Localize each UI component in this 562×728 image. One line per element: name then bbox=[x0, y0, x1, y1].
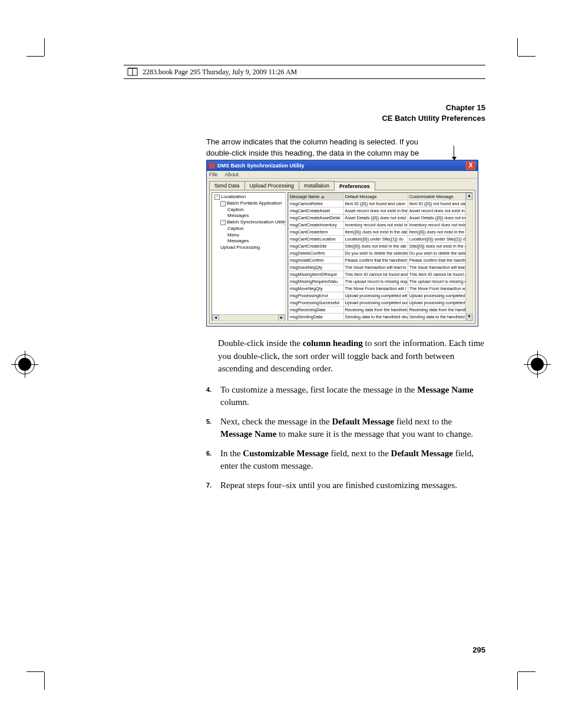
table-cell[interactable]: msgCantCreateLocation bbox=[289, 235, 344, 242]
table-cell[interactable]: msgCantCreateSite bbox=[289, 242, 344, 249]
scroll-right-icon[interactable]: ► bbox=[278, 315, 285, 321]
expand-icon[interactable]: − bbox=[220, 201, 226, 206]
table-cell[interactable]: The Issue transaction will lead to bbox=[343, 263, 408, 271]
table-cell[interactable]: Please confirm that the handheld bbox=[343, 256, 408, 263]
table-cell[interactable]: Upload processing completed suc bbox=[408, 299, 472, 306]
table-cell[interactable]: msgReceivingData bbox=[289, 306, 344, 313]
table-row[interactable]: msgProcessingSuccessfulUpload processing… bbox=[289, 299, 472, 306]
tab-upload-processing[interactable]: Upload Processing bbox=[244, 181, 300, 190]
close-button[interactable]: X bbox=[466, 162, 475, 170]
table-row[interactable]: msgSendingDataSending data to the handhe… bbox=[289, 313, 472, 320]
table-cell[interactable]: Item ID ({0}) not found and cann bbox=[408, 200, 472, 207]
table-cell[interactable]: msgIssueNegQty bbox=[289, 263, 344, 271]
table-cell[interactable]: Sending data to the handheld devi bbox=[408, 313, 472, 320]
table-cell[interactable]: Receiving data from the handheld bbox=[408, 306, 472, 313]
table-row[interactable]: msgReceivingDataReceiving data from the … bbox=[289, 306, 472, 313]
col-customizable-message[interactable]: Customizable Message bbox=[408, 193, 472, 200]
col-default-message[interactable]: Default Message bbox=[343, 193, 408, 200]
table-cell[interactable]: This Item ID cannot be found and bbox=[343, 271, 408, 278]
table-cell[interactable]: Skip this transaction and process t bbox=[408, 320, 472, 321]
table-cell[interactable]: msgCantCreateItem bbox=[289, 228, 344, 235]
table-cell[interactable]: Sending data to the handheld devi bbox=[343, 313, 408, 320]
table-row[interactable]: msgMissingRequiredValuThe upload record … bbox=[289, 278, 472, 285]
tree-caption[interactable]: Caption bbox=[227, 226, 244, 231]
table-cell[interactable]: msgCantCreateInventory bbox=[289, 221, 344, 228]
tree-upload-processing[interactable]: Upload Processing bbox=[220, 245, 260, 250]
table-cell[interactable]: msgMissingItemIDRequir bbox=[289, 271, 344, 278]
table-row[interactable]: msgCantCreateSiteSite({0}) does not exis… bbox=[289, 242, 472, 249]
tree-messages[interactable]: Messages bbox=[227, 213, 249, 218]
table-cell[interactable]: Location({0}) under Site({1}) do bbox=[343, 235, 408, 242]
col-message-name[interactable]: Message Name bbox=[289, 193, 344, 200]
expand-icon[interactable]: − bbox=[220, 220, 226, 225]
table-cell[interactable]: Skip this transaction and process t bbox=[343, 320, 408, 321]
table-cell[interactable]: msgDeleteConfirm bbox=[289, 249, 344, 256]
table-cell[interactable]: msgSendingData bbox=[289, 313, 344, 320]
table-cell[interactable]: msgSkipTransaction bbox=[289, 320, 344, 321]
scroll-left-icon[interactable]: ◄ bbox=[212, 315, 219, 321]
table-cell[interactable]: Do you wish to delete the selected bbox=[408, 249, 472, 256]
table-cell[interactable]: msgMoveNegQty bbox=[289, 285, 344, 292]
table-cell[interactable]: Inventory record does not exist in bbox=[408, 221, 472, 228]
table-cell[interactable]: The Move From transaction will l bbox=[343, 285, 408, 292]
table-cell[interactable]: Item({0}) does not exist in the dat bbox=[343, 228, 408, 235]
table-cell[interactable]: msgProcessingError bbox=[289, 292, 344, 299]
table-cell[interactable]: The upload record is missing requ bbox=[408, 278, 472, 285]
table-cell[interactable]: msgMissingRequiredValu bbox=[289, 278, 344, 285]
tab-installation[interactable]: Installation bbox=[299, 181, 335, 190]
table-cell[interactable]: Asset record does not exist in the bbox=[408, 207, 472, 214]
table-cell[interactable]: Upload processing completed wit bbox=[408, 292, 472, 299]
table-row[interactable]: msgCantCreateItemItem({0}) does not exis… bbox=[289, 228, 472, 235]
table-cell[interactable]: Do you wish to delete the selected bbox=[343, 249, 408, 256]
table-row[interactable]: msgIssueNegQtyThe Issue transaction will… bbox=[289, 263, 472, 271]
table-cell[interactable]: Inventory record does not exist in bbox=[343, 221, 408, 228]
table-cell[interactable]: Site({0}) does not exist in the dat bbox=[343, 242, 408, 249]
table-row[interactable]: msgSkipTransactionSkip this transaction … bbox=[289, 320, 472, 321]
table-cell[interactable]: msgInstallConfirm bbox=[289, 256, 344, 263]
expand-icon[interactable]: − bbox=[214, 195, 220, 200]
table-cell[interactable]: Site({0}) does not exist in the dat bbox=[408, 242, 472, 249]
table-row[interactable]: msgCantCreateAssetDetaiAsset Details ({0… bbox=[289, 214, 472, 221]
scroll-down-icon[interactable]: ▼ bbox=[466, 314, 472, 321]
table-row[interactable]: msgInstallConfirmPlease confirm that the… bbox=[289, 256, 472, 263]
menu-file[interactable]: File bbox=[209, 172, 218, 177]
table-cell[interactable]: Item ID ({0}) not found and cann bbox=[343, 200, 408, 207]
tab-send-data[interactable]: Send Data bbox=[209, 181, 245, 190]
table-row[interactable]: msgMoveNegQtyThe Move From transaction w… bbox=[289, 285, 472, 292]
table-row[interactable]: msgCantCreateInventoryInventory record d… bbox=[289, 221, 472, 228]
table-cell[interactable]: msgCantCreateAssetDetai bbox=[289, 214, 344, 221]
table-cell[interactable]: msgCantCreateAsset bbox=[289, 207, 344, 214]
scroll-up-icon[interactable]: ▲ bbox=[466, 193, 472, 200]
table-cell[interactable]: Please confirm that the handheld bbox=[408, 256, 472, 263]
grid-v-scrollbar[interactable]: ▲ ▼ bbox=[465, 193, 472, 321]
table-cell[interactable]: Item({0}) does not exist in the dat bbox=[408, 228, 472, 235]
tree-menu[interactable]: Menu bbox=[227, 232, 239, 238]
tree-localization[interactable]: Localization bbox=[221, 194, 246, 199]
table-row[interactable]: msgMissingItemIDRequirThis Item ID canno… bbox=[289, 271, 472, 278]
tree-caption[interactable]: Caption bbox=[227, 207, 244, 212]
nav-tree[interactable]: −Localization −Batch Portable Applicatio… bbox=[211, 192, 286, 321]
tab-preferences[interactable]: Preferences bbox=[334, 182, 375, 190]
table-cell[interactable]: Location({0}) under Site({1}) do bbox=[408, 235, 472, 242]
table-cell[interactable]: The Issue transaction will lead to bbox=[408, 263, 472, 271]
table-cell[interactable]: Upload processing completed wit bbox=[343, 292, 408, 299]
table-cell[interactable]: The upload record is missing requ bbox=[343, 278, 408, 285]
table-cell[interactable]: Asset Details ({0}) does not exist bbox=[343, 214, 408, 221]
table-cell[interactable]: The Move From transaction will l bbox=[408, 285, 472, 292]
table-cell[interactable]: This Item ID cannot be found and bbox=[408, 271, 472, 278]
table-cell[interactable]: Asset record does not exist in the bbox=[343, 207, 408, 214]
table-row[interactable]: msgDeleteConfirmDo you wish to delete th… bbox=[289, 249, 472, 256]
table-cell[interactable]: msgProcessingSuccessful bbox=[289, 299, 344, 306]
table-row[interactable]: msgCantCreateLocationLocation({0}) under… bbox=[289, 235, 472, 242]
table-cell[interactable]: Upload processing completed suc bbox=[343, 299, 408, 306]
table-row[interactable]: msgCantCreateAssetAsset record does not … bbox=[289, 207, 472, 214]
tree-batch-portable[interactable]: Batch Portable Application bbox=[227, 200, 282, 206]
table-cell[interactable]: Asset Details ({0}) does not exist bbox=[408, 214, 472, 221]
table-row[interactable]: msgCannotRetireItem ID ({0}) not found a… bbox=[289, 200, 472, 207]
tree-messages[interactable]: Messages bbox=[227, 238, 249, 243]
table-cell[interactable]: Receiving data from the handheld bbox=[343, 306, 408, 313]
table-row[interactable]: msgProcessingErrorUpload processing comp… bbox=[289, 292, 472, 299]
tree-batch-sync[interactable]: Batch Synchronization Utility bbox=[227, 219, 286, 225]
tree-h-scrollbar[interactable]: ◄ ► bbox=[212, 314, 285, 321]
table-cell[interactable]: msgCannotRetire bbox=[289, 200, 344, 207]
